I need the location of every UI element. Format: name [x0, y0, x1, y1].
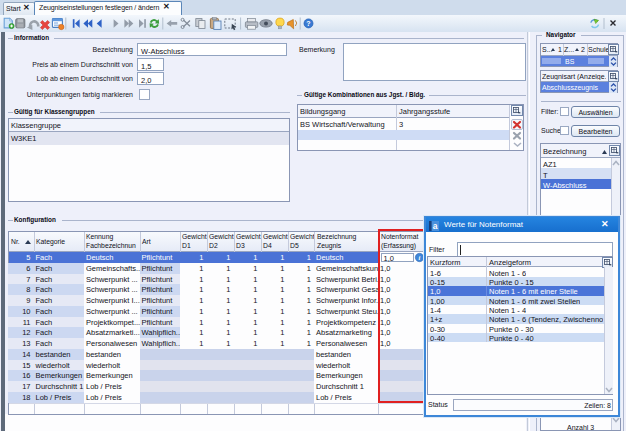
svg-text:a: a	[433, 221, 438, 231]
svg-text:?: ?	[306, 20, 310, 27]
